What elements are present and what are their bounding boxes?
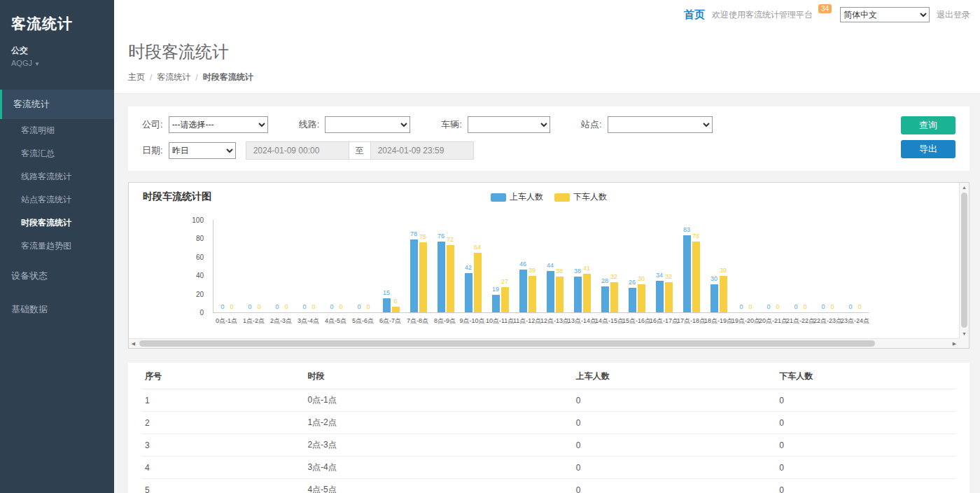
bar-下车人数[interactable]: 75 xyxy=(419,242,427,312)
vertical-scrollbar-thumb[interactable] xyxy=(961,193,967,328)
org-selector[interactable]: AQGJ ▼ xyxy=(0,57,114,74)
bar-上车人数[interactable]: 46 xyxy=(519,270,527,312)
x-tick-label: 18点-19点 xyxy=(704,317,732,326)
language-select[interactable]: 简体中文 xyxy=(840,7,930,22)
export-button[interactable]: 导出 xyxy=(901,140,955,158)
bar-上车人数[interactable]: 15 xyxy=(383,298,391,312)
home-link[interactable]: 首页 xyxy=(684,8,705,22)
date-from-input[interactable] xyxy=(246,141,349,160)
sidebar-item-时段客流统计[interactable]: 时段客流统计 xyxy=(0,211,114,235)
table-cell: 0 xyxy=(573,457,777,479)
sidebar-item-客流明细[interactable]: 客流明细 xyxy=(0,119,114,142)
bar-group: 2832 xyxy=(596,220,623,312)
bar-group: 00 xyxy=(841,220,869,312)
table-cell: 0 xyxy=(776,457,955,479)
bar-上车人数[interactable]: 19 xyxy=(492,295,500,312)
bar-value-label: 39 xyxy=(720,267,727,274)
scroll-right-icon[interactable]: ▶ xyxy=(950,339,959,348)
x-axis-labels: 0点-1点1点-2点2点-3点3点-4点4点-5点5点-6点6点-7点7点-8点… xyxy=(213,313,869,326)
x-tick-label: 17点-18点 xyxy=(677,317,704,326)
bar-下车人数[interactable]: 76 xyxy=(692,242,700,312)
breadcrumb-item[interactable]: 客流统计 xyxy=(157,71,190,83)
bar-value-label: 0 xyxy=(803,303,806,310)
vertical-scrollbar[interactable]: ▲ ▼ xyxy=(959,183,969,338)
horizontal-scrollbar[interactable]: ◀ ▶ xyxy=(129,338,959,348)
sidebar-item-线路客流统计[interactable]: 线路客流统计 xyxy=(0,165,114,188)
table-cell: 0点-1点 xyxy=(304,389,573,412)
scroll-up-icon[interactable]: ▲ xyxy=(960,183,969,192)
chart-plot-area: 020406080100 000000000000156787576724264… xyxy=(213,220,869,326)
bar-下车人数[interactable]: 39 xyxy=(528,276,536,312)
bar-value-label: 72 xyxy=(447,236,454,243)
query-button[interactable]: 查询 xyxy=(901,116,955,134)
bar-上车人数[interactable]: 42 xyxy=(465,273,472,312)
bar-上车人数[interactable]: 30 xyxy=(710,284,718,312)
scroll-down-icon[interactable]: ▼ xyxy=(960,329,969,338)
logout-link[interactable]: 退出登录 xyxy=(937,9,970,21)
bar-上车人数[interactable]: 26 xyxy=(629,288,636,312)
date-preset-select[interactable]: 昨日 xyxy=(169,142,236,159)
bar-value-label: 0 xyxy=(858,303,861,310)
x-tick-label: 12点-13点 xyxy=(540,317,568,326)
sidebar-section-基础数据[interactable]: 基础数据 xyxy=(0,294,114,325)
bar-上车人数[interactable]: 76 xyxy=(438,242,445,312)
sidebar-section-设备状态[interactable]: 设备状态 xyxy=(0,261,114,291)
bar-下车人数[interactable]: 27 xyxy=(501,287,509,312)
company-select[interactable]: ---请选择--- xyxy=(169,116,268,133)
breadcrumb-item: 时段客流统计 xyxy=(203,71,253,83)
x-tick-label: 0点-1点 xyxy=(213,317,240,326)
bar-下车人数[interactable]: 41 xyxy=(583,274,591,312)
bar-group: 00 xyxy=(760,220,787,312)
bar-下车人数[interactable]: 72 xyxy=(447,245,454,312)
sidebar: 客流统计 公交 AQGJ ▼ 客流统计 客流明细客流汇总线路客流统计站点客流统计… xyxy=(0,0,114,493)
breadcrumb-item[interactable]: 主页 xyxy=(128,71,145,83)
bar-上车人数[interactable]: 34 xyxy=(656,281,664,312)
bar-下车人数[interactable]: 39 xyxy=(720,276,727,312)
sidebar-item-站点客流统计[interactable]: 站点客流统计 xyxy=(0,188,114,211)
table-cell: 2 xyxy=(142,412,304,434)
chart-title: 时段车流统计图 xyxy=(143,190,211,203)
date-to-input[interactable] xyxy=(370,141,474,160)
x-tick-label: 15点-16点 xyxy=(622,317,650,326)
sidebar-section-passenger-stats[interactable]: 客流统计 xyxy=(0,90,114,119)
bar-value-label: 38 xyxy=(574,268,581,275)
x-tick-label: 21点-22点 xyxy=(786,317,813,326)
bar-下车人数[interactable]: 64 xyxy=(474,253,482,312)
sidebar-item-客流汇总[interactable]: 客流汇总 xyxy=(0,142,114,165)
bar-下车人数[interactable]: 32 xyxy=(665,282,673,312)
horizontal-scrollbar-thumb[interactable] xyxy=(139,340,875,347)
notification-badge[interactable]: 34 xyxy=(818,4,832,13)
bar-group: 7875 xyxy=(405,220,432,312)
bar-value-label: 0 xyxy=(257,303,260,310)
scroll-left-icon[interactable]: ◀ xyxy=(129,339,138,348)
route-select[interactable] xyxy=(325,116,410,133)
bar-group: 00 xyxy=(295,220,323,312)
x-tick-label: 13点-14点 xyxy=(568,317,595,326)
vehicle-select[interactable] xyxy=(468,116,550,133)
bar-下车人数[interactable]: 38 xyxy=(556,277,564,312)
bar-上车人数[interactable]: 83 xyxy=(683,235,691,312)
bar-value-label: 0 xyxy=(766,303,770,310)
table-cell: 0 xyxy=(776,479,955,493)
bar-group: 00 xyxy=(241,220,268,312)
bar-value-label: 0 xyxy=(275,303,279,310)
legend-item[interactable]: 上车人数 xyxy=(491,191,543,203)
bar-value-label: 0 xyxy=(830,303,834,310)
sidebar-item-客流量趋势图[interactable]: 客流量趋势图 xyxy=(0,235,114,258)
filter-panel: 公司: ---请选择--- 线路: 车辆: xyxy=(128,106,969,171)
bar-group: 7672 xyxy=(432,220,459,312)
bar-下车人数[interactable]: 32 xyxy=(610,282,618,312)
station-select[interactable] xyxy=(608,116,713,133)
bar-下车人数[interactable]: 6 xyxy=(392,307,400,312)
bar-value-label: 39 xyxy=(528,267,536,274)
bar-上车人数[interactable]: 28 xyxy=(601,286,609,312)
bar-下车人数[interactable]: 30 xyxy=(638,284,645,312)
bar-上车人数[interactable]: 38 xyxy=(574,277,582,312)
bar-上车人数[interactable]: 44 xyxy=(547,271,554,312)
bar-value-label: 0 xyxy=(366,303,370,310)
x-tick-label: 8点-9点 xyxy=(431,317,458,326)
bar-group: 3039 xyxy=(705,220,732,312)
bar-上车人数[interactable]: 78 xyxy=(410,239,418,312)
legend-item[interactable]: 下车人数 xyxy=(554,191,607,203)
x-tick-label: 22点-23点 xyxy=(813,317,841,326)
